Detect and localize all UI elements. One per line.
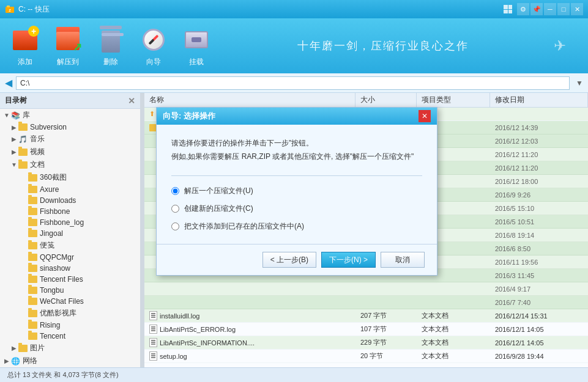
tree-label-jingoal: Jingoal (40, 229, 63, 238)
tree-item-documents[interactable]: ▼ 文档 (0, 158, 140, 171)
table-row[interactable]: LibAntiPrtSc_INFORMATION.... 229 字节 文本文档… (144, 336, 588, 350)
radio-item-create[interactable]: 创建新的压缩文件(C) (171, 204, 422, 214)
navbar: ◀ C:\ ▼ (0, 73, 588, 93)
minimize-button[interactable]: ─ (544, 3, 556, 15)
radio-item-add[interactable]: 把文件添加到已存在的压缩文件中(A) (171, 221, 422, 232)
tree-item-library[interactable]: ▼ 📚 库 (0, 109, 140, 122)
table-row[interactable]: setup.log 20 字节 文本文档 2016/9/28 19:44 (144, 350, 588, 363)
folder-icon-video (18, 149, 28, 156)
table-row[interactable]: LibAntiPrtSc_ERROR.log 107 字节 文本文档 2016/… (144, 323, 588, 336)
tree-label-downloads: Downloads (40, 196, 76, 205)
dialog-titlebar: 向导: 选择操作 ✕ (157, 108, 437, 125)
radio-item-extract[interactable]: 解压一个压缩文件(U) (171, 186, 422, 196)
tree-item-video[interactable]: ▶ 视频 (0, 145, 140, 158)
extract-button[interactable]: ↗ 解压到 (53, 25, 83, 67)
table-row[interactable]: 2016/7 7:40 (144, 296, 588, 309)
tree-item-music[interactable]: ▶ 🎵 音乐 (0, 133, 140, 145)
titlebar: Z C: -- 快压 ⚙ 📌 ─ □ ✕ (0, 0, 588, 18)
tree-item-tencent-files[interactable]: Tencent Files (0, 274, 140, 285)
mount-icon (182, 25, 211, 54)
wizard-icon (139, 25, 168, 54)
tree-item-axure[interactable]: Axure (0, 184, 140, 195)
col-type-label: 项目类型 (422, 95, 451, 105)
tree-item-pictures[interactable]: ▶ 图片 (0, 342, 140, 354)
app-title: C: -- 快压 (18, 4, 504, 15)
col-type[interactable]: 项目类型 (417, 93, 490, 107)
radio-extract-label: 解压一个压缩文件(U) (184, 186, 253, 196)
resize-handle[interactable] (141, 93, 144, 367)
tree-item-360[interactable]: 360截图 (0, 171, 140, 184)
slogan: 十年磨一剑，压缩行业良心之作 (224, 39, 541, 53)
folder-icon-youku (28, 310, 37, 317)
tree-item-jingoal[interactable]: Jingoal (0, 228, 140, 239)
path-text: C:\ (20, 79, 29, 87)
file-name-cell: LibAntiPrtSc_ERROR.log (144, 325, 355, 334)
file-date-cell: 2016/9/28 19:44 (490, 353, 588, 360)
tree-label-wechat: WeChat Files (40, 297, 84, 306)
col-size[interactable]: 大小 (355, 93, 417, 107)
path-dropdown[interactable]: ▼ (576, 79, 583, 87)
table-row[interactable]: installuidll.log 207 字节 文本文档 2016/12/14 … (144, 309, 588, 323)
file-date-cell: 2016/11 19:56 (490, 259, 588, 266)
tree-item-fishbone-log[interactable]: Fishbone_log (0, 217, 140, 228)
folder-icon-fishbone-log (28, 219, 37, 226)
pin-button[interactable]: 📌 (530, 3, 543, 15)
tree-item-youku[interactable]: 优酷影视库 (0, 307, 140, 320)
delete-button[interactable]: 删除 (95, 25, 126, 67)
tree-item-rising[interactable]: Rising (0, 320, 140, 331)
file-date-cell: 2016/8 19:14 (490, 232, 588, 239)
col-date[interactable]: 修改日期 (490, 93, 588, 107)
tree-item-wechat[interactable]: WeChat Files (0, 296, 140, 307)
maximize-button[interactable]: □ (557, 3, 570, 15)
wizard-dialog: 向导: 选择操作 ✕ 请选择你要进行的操作并单击下一步"按钮。 例如,如果你需要… (156, 107, 437, 276)
file-date-cell: 2016/5 15:10 (490, 205, 588, 212)
dialog-close-button[interactable]: ✕ (419, 110, 431, 122)
tree-item-tongbu[interactable]: Tongbu (0, 285, 140, 296)
radio-create[interactable] (171, 205, 179, 213)
tree-label-music: 音乐 (30, 134, 45, 144)
up-icon: ⬆ (149, 110, 155, 118)
cancel-button[interactable]: 取消 (381, 252, 425, 268)
col-name[interactable]: 名称 (144, 93, 355, 107)
sidebar-close-button[interactable]: ✕ (128, 96, 135, 106)
tree-item-sinashow[interactable]: sinashow (0, 263, 140, 274)
close-button[interactable]: ✕ (571, 3, 583, 15)
music-icon: 🎵 (18, 135, 28, 144)
tree-item-network[interactable]: ▶ 🌐 网络 (0, 354, 140, 367)
tree-item-subversion[interactable]: ▶ Subversion (0, 122, 140, 133)
file-type-cell: 文本文档 (417, 351, 490, 361)
mount-button[interactable]: 挂载 (181, 25, 212, 67)
radio-extract[interactable] (171, 187, 179, 195)
prev-button[interactable]: < 上一步(B) (262, 252, 316, 268)
folder-icon-jingoal (28, 230, 37, 237)
tree-item-bianzhan[interactable]: 便笺 (0, 239, 140, 252)
file-type-cell: 文本文档 (417, 311, 490, 320)
file-date-cell: 2016/12 14:39 (490, 124, 588, 131)
folder-icon-bianzhan (28, 242, 37, 249)
back-button[interactable]: ◀ (5, 77, 12, 89)
tree-item-qqpcmgr[interactable]: QQPCMgr (0, 252, 140, 263)
settings-button[interactable]: ⚙ (517, 3, 529, 15)
folder-icon-axure (28, 186, 37, 193)
wizard-button[interactable]: 向导 (138, 25, 169, 67)
file-date-cell: 2016/12 12:03 (490, 138, 588, 145)
file-date-cell: 2016/12 18:00 (490, 178, 588, 185)
tree-item-downloads[interactable]: Downloads (0, 195, 140, 206)
add-label: 添加 (18, 57, 32, 67)
path-bar[interactable]: C:\ (16, 76, 570, 90)
tree-arrow-network: ▶ (2, 358, 11, 364)
folder-icon-documents (18, 161, 28, 169)
titlebar-grid-icon[interactable] (504, 5, 512, 13)
table-row[interactable]: 2016/4 9:17 (144, 282, 588, 296)
app-icon: Z (5, 4, 15, 14)
add-icon: + (10, 25, 40, 54)
tree-item-tencent2[interactable]: Tencent (0, 331, 140, 342)
tree-item-fishbone[interactable]: Fishbone (0, 206, 140, 217)
next-button[interactable]: 下一步(N) > (321, 252, 376, 268)
add-button[interactable]: + 添加 (10, 25, 40, 67)
radio-add[interactable] (171, 222, 179, 230)
tree-arrow-documents: ▼ (10, 161, 18, 168)
dialog-title: 向导: 选择操作 (163, 111, 215, 122)
tree-label-qqpcmgr: QQPCMgr (40, 253, 74, 262)
dialog-footer: < 上一步(B) 下一步(N) > 取消 (157, 244, 437, 275)
